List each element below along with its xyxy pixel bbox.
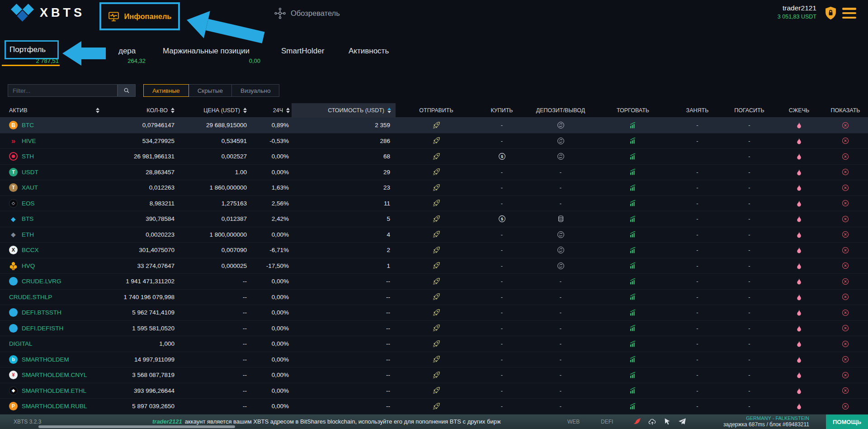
asset-name[interactable]: CRUDE.STHLP: [9, 294, 52, 300]
xbts-logo[interactable]: XBTS: [11, 3, 85, 23]
horizontal-scrollbar-thumb[interactable]: [38, 425, 235, 428]
hide-asset-icon[interactable]: [841, 168, 849, 176]
hide-asset-icon[interactable]: [841, 277, 849, 286]
send-rocket-icon[interactable]: [432, 262, 440, 270]
help-button[interactable]: ПОМОЩЬ: [826, 415, 868, 429]
hide-asset-icon[interactable]: [841, 137, 849, 145]
burn-flame-icon[interactable]: [795, 340, 803, 348]
tab-smartholder[interactable]: SmartHolder: [281, 47, 324, 56]
pepper-icon[interactable]: [633, 417, 642, 426]
nav-explorer[interactable]: Обозреватель: [274, 0, 340, 26]
trade-chart-icon[interactable]: [629, 277, 637, 286]
trade-chart-icon[interactable]: [629, 293, 637, 301]
trade-chart-icon[interactable]: [629, 168, 637, 176]
hide-asset-icon[interactable]: [841, 386, 849, 395]
cursor-icon[interactable]: [663, 417, 672, 426]
hide-asset-icon[interactable]: [841, 153, 849, 161]
send-rocket-icon[interactable]: [432, 230, 440, 238]
asset-name[interactable]: XAUT: [22, 184, 38, 191]
table-row[interactable]: bSMARTHOLDEM14 997,911099--0,00%------: [0, 352, 868, 368]
filter-hidden-button[interactable]: Скрытые: [189, 84, 232, 97]
table-row[interactable]: HVQ33 274,076470,000025-17,50%1---: [0, 258, 868, 274]
send-rocket-icon[interactable]: [432, 184, 440, 192]
hamburger-menu-icon[interactable]: [842, 8, 856, 19]
table-row[interactable]: ◆BTS390,785840,0123872,42%5--: [0, 211, 868, 227]
send-rocket-icon[interactable]: [432, 340, 440, 348]
account-info[interactable]: trader2121 3 051,83 USDT: [778, 4, 816, 20]
table-row[interactable]: STH26 981,9661310,0025270,00%68-: [0, 149, 868, 165]
table-row[interactable]: ◆SMARTHOLDEM.ETHL393 996,26644--0,00%---…: [0, 383, 868, 399]
asset-name[interactable]: USDT: [22, 169, 38, 176]
send-rocket-icon[interactable]: [432, 324, 440, 332]
trade-chart-icon[interactable]: [629, 309, 637, 317]
burn-flame-icon[interactable]: [795, 200, 803, 207]
deposit-withdraw-icon[interactable]: [557, 246, 565, 254]
table-row[interactable]: TUSDT28,8634571.000,00%29----: [0, 165, 868, 181]
asset-name[interactable]: SMARTHOLDEM.ETHL: [22, 387, 86, 394]
table-row[interactable]: XBCCX301,40750700,007090-6,71%2---: [0, 243, 868, 258]
burn-flame-icon[interactable]: [795, 168, 803, 176]
burn-flame-icon[interactable]: [795, 137, 803, 145]
send-rocket-icon[interactable]: [432, 355, 440, 363]
burn-flame-icon[interactable]: [795, 356, 803, 363]
hide-asset-icon[interactable]: [841, 324, 849, 332]
send-rocket-icon[interactable]: [432, 309, 440, 317]
deposit-withdraw-icon[interactable]: [557, 121, 565, 129]
hide-asset-icon[interactable]: [841, 230, 849, 238]
hide-asset-icon[interactable]: [841, 340, 849, 348]
asset-name[interactable]: EOS: [22, 200, 35, 207]
burn-flame-icon[interactable]: [795, 246, 803, 254]
column-24h[interactable]: 24Ч: [249, 103, 292, 118]
send-rocket-icon[interactable]: [432, 402, 440, 410]
trade-chart-icon[interactable]: [629, 371, 637, 379]
table-row[interactable]: DEFI.BTSSTH5 962 741,4109--0,00%------: [0, 305, 868, 321]
burn-flame-icon[interactable]: [795, 153, 803, 160]
trade-chart-icon[interactable]: [629, 402, 637, 410]
hide-asset-icon[interactable]: [841, 402, 849, 410]
table-row[interactable]: PSMARTHOLDEM.RUBL5 897 039,2650--0,00%--…: [0, 399, 868, 415]
asset-name[interactable]: SMARTHOLDEM.CNYL: [22, 372, 87, 378]
burn-flame-icon[interactable]: [795, 262, 803, 270]
hide-asset-icon[interactable]: [841, 184, 849, 192]
burn-flame-icon[interactable]: [795, 277, 803, 285]
table-row[interactable]: BBTC0,0794614729 688,9150000,89%2 359---: [0, 118, 868, 133]
asset-name[interactable]: SMARTHOLDEM.RUBL: [22, 403, 87, 410]
send-rocket-icon[interactable]: [432, 293, 440, 301]
deposit-withdraw-icon[interactable]: [557, 137, 565, 145]
asset-name[interactable]: HVQ: [22, 262, 35, 269]
asset-name[interactable]: BTS: [22, 215, 33, 222]
burn-flame-icon[interactable]: [795, 215, 803, 223]
trade-chart-icon[interactable]: [629, 246, 637, 254]
hide-asset-icon[interactable]: [841, 246, 849, 254]
send-rocket-icon[interactable]: [432, 199, 440, 207]
asset-name[interactable]: HIVE: [22, 138, 36, 144]
burn-flame-icon[interactable]: [795, 293, 803, 301]
column-amount[interactable]: КОЛ-ВО: [103, 103, 176, 118]
send-rocket-icon[interactable]: [432, 153, 440, 161]
tab-activity[interactable]: Активность: [349, 47, 389, 56]
trade-chart-icon[interactable]: [629, 184, 637, 192]
send-rocket-icon[interactable]: [432, 168, 440, 176]
burn-flame-icon[interactable]: [795, 402, 803, 410]
hide-asset-icon[interactable]: [841, 371, 849, 379]
table-row[interactable]: CRUDE.LVRG1 941 471,311202--0,00%------: [0, 274, 868, 290]
trade-chart-icon[interactable]: [629, 230, 637, 238]
search-button[interactable]: [118, 84, 136, 97]
asset-name[interactable]: DEFI.BTSSTH: [22, 309, 61, 316]
table-row[interactable]: ◇EOS8,9832111,2751632,56%11----: [0, 196, 868, 212]
cloud-upload-icon[interactable]: [648, 417, 657, 426]
table-row[interactable]: CRUDE.STHLP1 740 196 079,998--0,00%-----…: [0, 290, 868, 305]
column-value-sorted[interactable]: СТОИМОСТЬ (USDT): [292, 103, 396, 118]
trade-chart-icon[interactable]: [629, 324, 637, 332]
asset-name[interactable]: STH: [22, 153, 34, 160]
table-row[interactable]: ¥SMARTHOLDEM.CNYL3 568 087,7819--0,00%--…: [0, 367, 868, 383]
asset-name[interactable]: CRUDE.LVRG: [22, 278, 61, 285]
hide-asset-icon[interactable]: [841, 355, 849, 363]
tab-portfolio[interactable]: Портфель: [9, 45, 46, 54]
trade-chart-icon[interactable]: [629, 355, 637, 363]
burn-flame-icon[interactable]: [795, 231, 803, 238]
burn-flame-icon[interactable]: [795, 309, 803, 316]
burn-flame-icon[interactable]: [795, 387, 803, 395]
send-rocket-icon[interactable]: [432, 277, 440, 286]
asset-name[interactable]: BCCX: [22, 247, 39, 253]
